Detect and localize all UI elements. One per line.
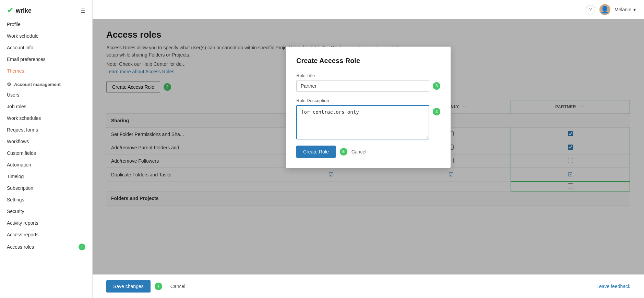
sidebar-item-profile[interactable]: Profile (0, 18, 92, 30)
bottom-cancel-button[interactable]: Cancel (166, 280, 190, 293)
hamburger-menu-icon[interactable]: ☰ (81, 8, 85, 14)
wrike-logo-icon: ✔ (7, 6, 13, 15)
sidebar-item-job-roles[interactable]: Job roles (0, 101, 92, 112)
gear-icon: ⚙ (7, 82, 11, 87)
role-desc-group: Role Description for contractors only 4 (296, 98, 440, 139)
sidebar: ✔ wrike ☰ Profile Work schedule Account … (0, 0, 93, 298)
sidebar-item-access-reports[interactable]: Access reports (0, 229, 92, 240)
role-desc-textarea[interactable]: for contractors only (296, 105, 429, 139)
sidebar-item-email-preferences[interactable]: Email preferences (0, 53, 92, 65)
help-button[interactable]: ? (586, 5, 595, 14)
save-changes-button[interactable]: Save changes (106, 280, 151, 293)
role-desc-label: Role Description (296, 98, 440, 103)
step-3-badge: 3 (433, 82, 440, 90)
leave-feedback-link[interactable]: Leave feedback (596, 284, 630, 289)
role-title-input[interactable] (296, 80, 429, 92)
sidebar-item-activity-reports[interactable]: Activity reports (0, 217, 92, 229)
user-menu[interactable]: Melanie ▾ (615, 7, 636, 12)
sidebar-item-workflows[interactable]: Workflows (0, 136, 92, 147)
topbar: ? 👤 Melanie ▾ (93, 0, 644, 19)
sidebar-item-themes[interactable]: Themes (0, 65, 92, 77)
bottom-actions: Save changes 7 Cancel (106, 280, 189, 293)
access-roles-badge: 1 (79, 244, 85, 250)
modal-title: Create Access Role (296, 57, 440, 65)
sidebar-item-subscription[interactable]: Subscription (0, 182, 92, 194)
step-5-badge: 5 (340, 148, 347, 156)
sidebar-item-custom-fields[interactable]: Custom fields (0, 147, 92, 159)
create-role-button[interactable]: Create Role (296, 146, 336, 158)
step-4-badge: 4 (433, 108, 440, 115)
chevron-down-icon: ▾ (633, 7, 636, 12)
sidebar-item-work-schedules[interactable]: Work schedules (0, 112, 92, 124)
sidebar-item-security[interactable]: Security (0, 206, 92, 217)
content-area: Access roles Access Roles allow you to s… (93, 19, 644, 274)
modal-cancel-button[interactable]: Cancel (351, 149, 367, 154)
sidebar-item-work-schedule[interactable]: Work schedule (0, 30, 92, 42)
user-name: Melanie (615, 7, 631, 12)
sidebar-item-users[interactable]: Users (0, 89, 92, 101)
main-area: ? 👤 Melanie ▾ Access roles Access Roles … (93, 0, 644, 298)
sidebar-logo-area: ✔ wrike ☰ (0, 0, 92, 18)
sidebar-item-account-info[interactable]: Account info (0, 42, 92, 53)
role-title-group: Role Title 3 (296, 73, 440, 92)
sidebar-item-settings[interactable]: Settings (0, 194, 92, 206)
sidebar-item-automation[interactable]: Automation (0, 159, 92, 171)
sidebar-section-account-management: ⚙ Account management (0, 77, 92, 89)
sidebar-item-request-forms[interactable]: Request forms (0, 124, 92, 136)
sidebar-item-timelog[interactable]: Timelog (0, 171, 92, 182)
bottom-bar: Save changes 7 Cancel Leave feedback (93, 274, 644, 298)
avatar: 👤 (599, 4, 610, 15)
avatar-icon: 👤 (600, 5, 609, 14)
modal-overlay: Create Access Role Role Title 3 Role Des… (93, 19, 644, 274)
role-title-label: Role Title (296, 73, 440, 78)
modal-actions: Create Role 5 Cancel (296, 146, 440, 158)
wrike-logo-text: wrike (16, 7, 32, 14)
create-access-role-modal: Create Access Role Role Title 3 Role Des… (286, 47, 451, 168)
step-7-badge: 7 (155, 283, 162, 290)
sidebar-item-access-roles[interactable]: Access roles 1 (0, 240, 92, 253)
